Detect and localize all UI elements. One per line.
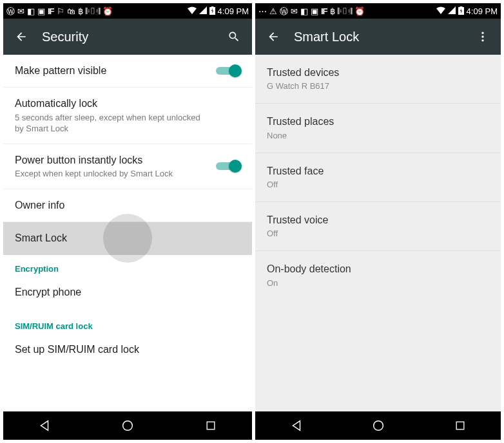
app-bar: Smart Lock bbox=[255, 19, 501, 55]
battery-charging-icon bbox=[209, 6, 215, 16]
wifi-icon bbox=[436, 6, 445, 15]
status-time: 4:09 PM bbox=[218, 7, 249, 15]
gmail-icon: ✉ bbox=[17, 7, 24, 15]
image-icon: ▣ bbox=[311, 7, 318, 15]
item-power-button-instantly-locks[interactable]: Power button instantly locks Except when… bbox=[3, 144, 252, 189]
nav-back-button[interactable] bbox=[25, 411, 64, 440]
page-title: Smart Lock bbox=[286, 30, 470, 44]
back-button[interactable] bbox=[8, 24, 34, 50]
nav-bar bbox=[3, 411, 252, 440]
item-subtitle: None bbox=[267, 131, 460, 142]
nav-bar bbox=[255, 411, 501, 440]
status-bar: Ⓦ ✉ ◧ ▣ IF ⚐ 🛍 ฿ 𝄆▯𝄇 ⏰ bbox=[3, 3, 252, 19]
vibrate-icon: 𝄆▯𝄇 bbox=[86, 7, 100, 15]
bluetooth-icon: ฿ bbox=[78, 7, 83, 15]
search-button[interactable] bbox=[221, 24, 247, 50]
image-icon: ▣ bbox=[37, 7, 45, 15]
bag-icon: 🛍 bbox=[67, 7, 75, 15]
item-trusted-places[interactable]: Trusted places None bbox=[255, 104, 501, 153]
link-icon: ⚐ bbox=[57, 7, 64, 15]
whatsapp-icon: Ⓦ bbox=[6, 7, 15, 15]
mail-icon: ◧ bbox=[27, 7, 35, 15]
item-title: Owner info bbox=[15, 198, 242, 212]
item-trusted-voice[interactable]: Trusted voice Off bbox=[255, 202, 501, 251]
settings-list: Make pattern visible Automatically lock … bbox=[3, 55, 252, 411]
item-title: On-body detection bbox=[267, 262, 489, 276]
item-subtitle: 5 seconds after sleep, except when kept … bbox=[15, 113, 208, 135]
whatsapp-icon: Ⓦ bbox=[280, 7, 288, 15]
wifi-icon bbox=[188, 6, 197, 15]
toggle-power-button-locks[interactable] bbox=[216, 160, 242, 173]
mail-icon: ◧ bbox=[300, 7, 308, 15]
page-title: Security bbox=[34, 30, 221, 44]
item-automatically-lock[interactable]: Automatically lock 5 seconds after sleep… bbox=[3, 88, 252, 144]
toggle-make-pattern-visible[interactable] bbox=[216, 64, 242, 77]
item-onbody-detection[interactable]: On-body detection On bbox=[255, 251, 501, 299]
svg-point-2 bbox=[123, 421, 133, 431]
screen-smart-lock: ⋯ ⚠ Ⓦ ✉ ◧ ▣ IF ฿ 𝄆▯𝄇 ⏰ bbox=[252, 3, 501, 440]
svg-rect-1 bbox=[211, 6, 213, 8]
item-subtitle: Off bbox=[267, 180, 460, 191]
nav-back-button[interactable] bbox=[277, 411, 316, 440]
battery-charging-icon bbox=[458, 6, 464, 16]
item-subtitle: Except when kept unlocked by Smart Lock bbox=[15, 169, 208, 180]
status-right-icons: 4:09 PM bbox=[188, 6, 249, 16]
signal-icon bbox=[199, 6, 207, 15]
nav-recents-button[interactable] bbox=[441, 411, 480, 440]
section-header-sim-lock: SIM/RUIM card lock bbox=[3, 312, 252, 336]
item-setup-sim-lock[interactable]: Set up SIM/RUIM card lock bbox=[3, 336, 252, 370]
item-trusted-face[interactable]: Trusted face Off bbox=[255, 153, 501, 202]
overflow-menu-button[interactable] bbox=[470, 24, 496, 50]
item-title: Smart Lock bbox=[15, 231, 242, 245]
status-left-icons: Ⓦ ✉ ◧ ▣ IF ⚐ 🛍 ฿ 𝄆▯𝄇 ⏰ bbox=[6, 7, 113, 15]
item-trusted-devices[interactable]: Trusted devices G Watch R B617 bbox=[255, 55, 501, 104]
back-button[interactable] bbox=[260, 24, 286, 50]
status-time: 4:09 PM bbox=[467, 7, 498, 15]
status-right-icons: 4:09 PM bbox=[436, 6, 498, 16]
vibrate-icon: 𝄆▯𝄇 bbox=[338, 7, 352, 15]
app-bar: Security bbox=[3, 19, 252, 55]
ifttt-icon: IF bbox=[321, 7, 327, 15]
settings-list: Trusted devices G Watch R B617 Trusted p… bbox=[255, 55, 501, 411]
svg-point-9 bbox=[373, 421, 383, 431]
item-title: Trusted devices bbox=[267, 66, 489, 80]
item-smart-lock[interactable]: Smart Lock bbox=[3, 222, 252, 254]
svg-point-8 bbox=[481, 39, 483, 41]
notification-icon: ⋯ bbox=[258, 7, 267, 15]
gmail-icon: ✉ bbox=[291, 7, 298, 15]
item-title: Automatically lock bbox=[15, 97, 242, 111]
svg-point-7 bbox=[481, 35, 483, 37]
warning-icon: ⚠ bbox=[269, 7, 277, 15]
ifttt-icon: IF bbox=[48, 7, 54, 15]
alarm-icon: ⏰ bbox=[102, 7, 113, 15]
item-title: Trusted voice bbox=[267, 213, 489, 227]
svg-rect-5 bbox=[460, 6, 462, 8]
screen-security: Ⓦ ✉ ◧ ▣ IF ⚐ 🛍 ฿ 𝄆▯𝄇 ⏰ bbox=[3, 3, 252, 440]
item-title: Encrypt phone bbox=[15, 285, 240, 299]
item-title: Make pattern visible bbox=[15, 64, 216, 78]
item-title: Set up SIM/RUIM card lock bbox=[15, 343, 240, 357]
item-title: Power button instantly locks bbox=[15, 153, 216, 167]
nav-home-button[interactable] bbox=[359, 411, 398, 440]
svg-rect-10 bbox=[456, 422, 464, 429]
nav-home-button[interactable] bbox=[108, 411, 147, 440]
status-bar: ⋯ ⚠ Ⓦ ✉ ◧ ▣ IF ฿ 𝄆▯𝄇 ⏰ bbox=[255, 3, 501, 19]
item-encrypt-phone[interactable]: Encrypt phone bbox=[3, 279, 252, 312]
signal-icon bbox=[448, 6, 456, 15]
status-left-icons: ⋯ ⚠ Ⓦ ✉ ◧ ▣ IF ฿ 𝄆▯𝄇 ⏰ bbox=[258, 7, 365, 15]
item-make-pattern-visible[interactable]: Make pattern visible bbox=[3, 55, 252, 88]
bluetooth-icon: ฿ bbox=[330, 7, 335, 15]
alarm-icon: ⏰ bbox=[354, 7, 365, 15]
svg-point-6 bbox=[481, 32, 483, 34]
item-title: Trusted face bbox=[267, 164, 489, 178]
item-subtitle: Off bbox=[267, 229, 460, 240]
item-subtitle: G Watch R B617 bbox=[267, 81, 460, 92]
item-title: Trusted places bbox=[267, 115, 489, 129]
nav-recents-button[interactable] bbox=[191, 411, 230, 440]
svg-rect-3 bbox=[207, 422, 215, 429]
item-subtitle: On bbox=[267, 278, 460, 289]
